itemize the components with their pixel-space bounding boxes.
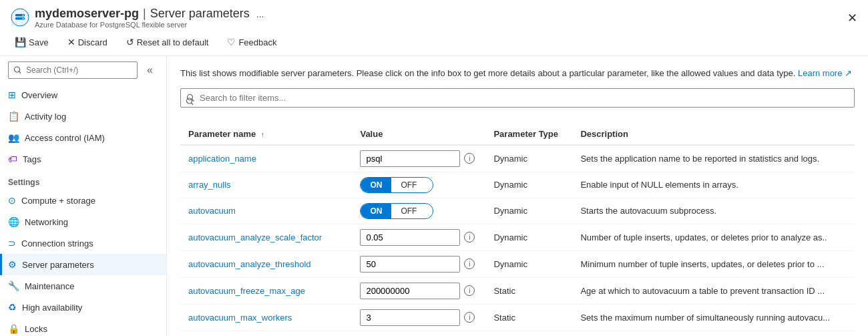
feedback-icon: ♡: [227, 37, 236, 47]
content-area: This list shows modifiable server parame…: [167, 56, 868, 336]
param-value-input[interactable]: [360, 309, 460, 326]
value-input-group: i: [360, 229, 477, 246]
server-name: mydemoserver-pg: [35, 7, 139, 21]
page-title: Server parameters: [150, 7, 250, 21]
param-name-link[interactable]: array_nulls: [188, 180, 231, 190]
param-description: Sets the maximum number of simultaneousl…: [572, 304, 855, 331]
toggle-on-option[interactable]: ON: [361, 178, 391, 192]
param-name-link[interactable]: autovacuum_freeze_max_age: [188, 286, 305, 296]
server-subtitle: Azure Database for PostgreSQL flexible s…: [35, 21, 264, 29]
overview-icon: ⊞: [8, 90, 16, 100]
table-row: autovacuum_multixact_freeze_max_ageiDyna…: [180, 331, 855, 336]
main-layout: « ⊞ Overview 📋 Activity log 👥 Access con…: [0, 56, 868, 336]
param-type: Dynamic: [485, 224, 572, 250]
more-button[interactable]: ...: [256, 9, 264, 19]
param-type: Dynamic: [485, 250, 572, 277]
info-icon[interactable]: i: [464, 312, 475, 323]
param-name-link[interactable]: autovacuum_analyze_threshold: [188, 259, 311, 269]
toggle-off-option[interactable]: OFF: [391, 178, 426, 192]
sidebar-search-icon: [13, 66, 22, 75]
param-type: Dynamic: [485, 145, 572, 172]
table-row: autovacuum_freeze_max_ageiStaticAge at w…: [180, 277, 855, 304]
info-icon[interactable]: i: [464, 153, 475, 164]
ha-icon: ♻: [8, 302, 17, 313]
info-icon[interactable]: i: [464, 232, 475, 242]
discard-icon: ✕: [67, 37, 75, 47]
svg-point-3: [23, 15, 24, 16]
header-divider: |: [143, 7, 146, 21]
sidebar-collapse-button[interactable]: «: [142, 61, 158, 79]
toolbar: 💾 Save ✕ Discard ↺ Reset all to default …: [0, 29, 868, 56]
sidebar-item-iam[interactable]: 👥 Access control (IAM): [0, 127, 166, 148]
networking-icon: 🌐: [8, 216, 19, 227]
info-icon[interactable]: i: [464, 259, 475, 269]
learn-more-link[interactable]: Learn more ↗: [798, 68, 852, 78]
reset-button[interactable]: ↺ Reset all to default: [122, 34, 213, 50]
toggle-off-option[interactable]: OFF: [391, 204, 426, 218]
sidebar-item-high-availability[interactable]: ♻ High availability: [0, 297, 166, 318]
svg-line-6: [19, 71, 21, 73]
info-icon[interactable]: i: [464, 285, 475, 296]
sidebar-item-locks[interactable]: 🔒 Locks: [0, 318, 166, 336]
param-value-input[interactable]: [360, 229, 460, 246]
param-description: Starts the autovacuum subprocess.: [572, 198, 855, 224]
col-header-description: Description: [572, 124, 855, 145]
table-header-row: Parameter name ↑ Value Parameter Type De…: [180, 124, 855, 145]
sidebar-search-input[interactable]: [8, 61, 138, 79]
iam-icon: 👥: [8, 132, 19, 143]
activity-log-icon: 📋: [8, 111, 19, 122]
toggle-on-option[interactable]: ON: [361, 204, 391, 218]
param-name-link[interactable]: autovacuum_analyze_scale_factor: [188, 232, 322, 242]
sidebar-item-server-parameters[interactable]: ⚙ Server parameters: [0, 254, 166, 275]
svg-point-7: [187, 98, 192, 104]
sidebar-item-activity-log[interactable]: 📋 Activity log: [0, 106, 166, 127]
svg-point-5: [15, 67, 20, 72]
param-name-link[interactable]: autovacuum_max_workers: [188, 313, 292, 323]
param-type: Static: [485, 277, 572, 304]
param-description: Age at which to autovacuum a table to pr…: [572, 277, 855, 304]
sidebar-item-compute-storage[interactable]: ⊙ Compute + storage: [0, 190, 166, 211]
save-icon: 💾: [15, 37, 26, 47]
param-type: Static: [485, 304, 572, 331]
col-header-name[interactable]: Parameter name ↑: [180, 124, 352, 145]
header-text-group: mydemoserver-pg | Server parameters ... …: [35, 7, 264, 29]
param-name-link[interactable]: application_name: [188, 154, 256, 164]
value-input-group: i: [360, 150, 477, 167]
param-description: Sets the application name to be reported…: [572, 145, 855, 172]
col-header-value: Value: [352, 124, 485, 145]
maintenance-icon: 🔧: [8, 281, 19, 291]
param-value-input[interactable]: [360, 150, 460, 167]
close-button[interactable]: ✕: [847, 11, 857, 25]
param-name-link[interactable]: autovacuum: [188, 206, 236, 216]
save-button[interactable]: 💾 Save: [11, 34, 53, 50]
param-value-input[interactable]: [360, 283, 460, 299]
settings-section-label: Settings: [0, 170, 166, 190]
sidebar-item-networking[interactable]: 🌐 Networking: [0, 211, 166, 232]
table-row: autovacuumONOFFDynamicStarts the autovac…: [180, 198, 855, 224]
sort-icon: ↑: [261, 131, 264, 138]
feedback-button[interactable]: ♡ Feedback: [223, 34, 280, 50]
server-icon: [11, 8, 29, 27]
table-row: autovacuum_analyze_scale_factoriDynamicN…: [180, 224, 855, 250]
toggle-switch[interactable]: ONOFF: [360, 203, 433, 219]
compute-icon: ⊙: [8, 195, 16, 206]
param-description: Multixact age at which to autovacuum a t…: [572, 331, 855, 336]
param-value-input[interactable]: [360, 256, 460, 273]
sidebar-item-maintenance[interactable]: 🔧 Maintenance: [0, 275, 166, 297]
col-header-type: Parameter Type: [485, 124, 572, 145]
header: mydemoserver-pg | Server parameters ... …: [0, 0, 868, 29]
reset-icon: ↺: [126, 37, 134, 47]
sidebar-item-connection-strings[interactable]: ⊃ Connection strings: [0, 232, 166, 254]
sidebar-item-overview[interactable]: ⊞ Overview: [0, 84, 166, 106]
toggle-switch[interactable]: ONOFF: [360, 177, 433, 193]
param-description: Enable input of NULL elements in arrays.: [572, 172, 855, 198]
locks-icon: 🔒: [8, 323, 19, 334]
params-table: Parameter name ↑ Value Parameter Type De…: [180, 124, 855, 337]
connection-icon: ⊃: [8, 238, 16, 248]
sidebar-item-tags[interactable]: 🏷 Tags: [0, 148, 166, 170]
value-input-group: i: [360, 256, 477, 273]
discard-button[interactable]: ✕ Discard: [63, 34, 112, 50]
param-type: Dynamic: [485, 172, 572, 198]
filter-input[interactable]: [180, 88, 855, 108]
param-type: Dynamic: [485, 331, 572, 336]
